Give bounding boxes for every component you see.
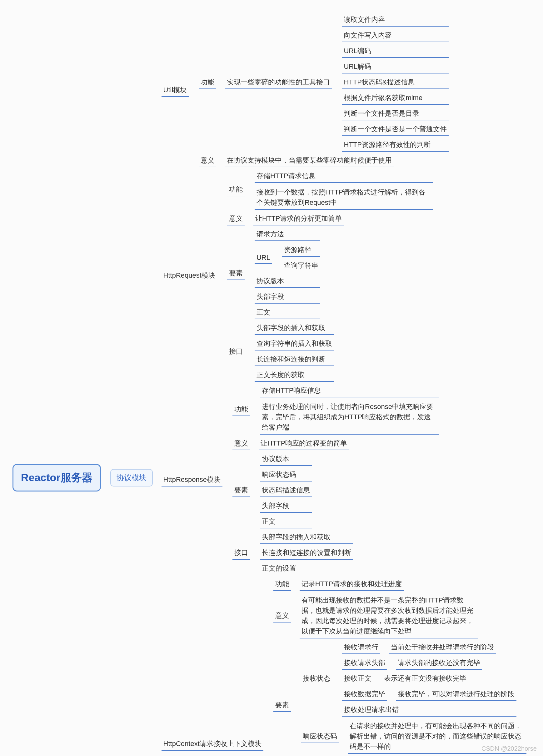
util-fun-item: HTTP资源路径有效性的判断: [342, 139, 449, 152]
mindmap: Reactor服务器 协议模块 Util模块 功能 实现一些零碎的功能性的工具接…: [13, 13, 530, 756]
res-fun-item: 进行业务处理的同时，让使用者向Resonse中填充响应要素，完毕后，将其组织成为…: [260, 401, 439, 435]
util-fun-item: 判断一个文件是否是一个普通文件: [342, 123, 449, 136]
req-version: 协议版本: [255, 275, 320, 288]
util-fun-item: URL编码: [342, 45, 449, 58]
req-sig-label: 意义: [227, 213, 245, 225]
res-elem-item: 头部字段: [260, 500, 312, 513]
util-fun-item: URL解码: [342, 61, 449, 73]
req-if-item: 头部字段的插入和获取: [255, 322, 334, 335]
request-module: HttpRequest模块 功能 存储HTTP请求信息 接收到一个数据，按照HT…: [153, 169, 526, 383]
root-node: Reactor服务器: [13, 464, 101, 491]
req-elem-label: 要素: [227, 268, 245, 280]
res-sig-label: 意义: [233, 438, 250, 450]
res-if-item: 正文的设置: [260, 563, 353, 575]
res-elem-item: 协议版本: [260, 453, 312, 466]
ctx-title: HttpContext请求接收上下文模块: [162, 738, 264, 751]
util-sig-label: 意义: [199, 155, 216, 167]
recv-state: 接收请求头部: [342, 657, 387, 670]
res-elem-label: 要素: [233, 485, 250, 497]
req-url-path: 资源路径: [282, 244, 320, 257]
util-module: Util模块 功能 实现一些零碎的功能性的工具接口 读取文件内容 向文件写入内容…: [153, 13, 526, 169]
req-title: HttpRequest模块: [162, 270, 217, 282]
recv-state: 接收正文: [342, 673, 373, 685]
req-sig-desc: 让HTTP请求的分析更加简单: [254, 213, 344, 225]
res-sig-desc: 让HTTP响应的过程变的简单: [259, 438, 349, 450]
req-fun-label: 功能: [227, 184, 245, 196]
res-fun-label: 功能: [233, 404, 250, 416]
recv-state-desc: 当前处于接收并处理请求行的阶段: [389, 642, 496, 654]
util-fun-label: 功能: [199, 77, 216, 89]
recv-state-desc: 请求头部的接收还没有完毕: [396, 657, 482, 670]
recv-state: 接收数据完毕: [342, 688, 387, 701]
ctx-fun-label: 功能: [273, 578, 291, 591]
recv-state: 接收请求行: [342, 642, 380, 654]
req-fun-item: 存储HTTP请求信息: [255, 170, 433, 183]
res-if-item: 长连接和短连接的设置和判断: [260, 547, 353, 560]
res-if-item: 头部字段的插入和获取: [260, 532, 353, 544]
util-fun-item: 向文件写入内容: [342, 30, 449, 42]
ctx-sig-label: 意义: [273, 610, 291, 622]
req-if-item: 长连接和短连接的判断: [255, 354, 334, 366]
recv-state: 接收处理请求出错: [342, 704, 516, 717]
response-module: HttpResponse模块 功能 存储HTTP响应信息 进行业务处理的同时，让…: [153, 383, 526, 577]
req-if-item: 正文长度的获取: [255, 369, 334, 382]
ctx-sig-desc: 有可能出现接收的数据并不是一条完整的HTTP请求数据，也就是请求的处理需要在多次…: [299, 594, 478, 638]
res-fun-item: 存储HTTP响应信息: [260, 385, 439, 397]
req-url-query: 查询字符串: [282, 260, 320, 272]
req-header: 头部字段: [255, 291, 320, 304]
util-fun-desc: 实现一些零碎的功能性的工具接口: [225, 77, 332, 89]
req-if-item: 查询字符串的插入和获取: [255, 338, 334, 350]
util-sig-desc: 在协议支持模块中，当需要某些零碎功能时候便于使用: [225, 155, 394, 167]
util-title: Util模块: [162, 84, 189, 97]
res-elem-item: 正文: [260, 516, 312, 528]
util-fun-item: 根据文件后缀名获取mime: [342, 92, 449, 105]
req-method: 请求方法: [255, 229, 320, 241]
ctx-recv-label: 接收状态: [301, 673, 332, 685]
req-if-label: 接口: [227, 346, 245, 358]
ctx-status-t: 响应状态码: [301, 731, 339, 743]
req-body: 正文: [255, 307, 320, 319]
ctx-fun-desc: 记录HTTP请求的接收和处理进度: [299, 578, 404, 591]
res-title: HttpResponse模块: [162, 474, 223, 486]
res-if-label: 接口: [233, 547, 250, 560]
res-elem-item: 状态码描述信息: [260, 485, 312, 497]
watermark: CSDN @2022horse: [481, 745, 537, 752]
req-fun-item: 接收到一个数据，按照HTTP请求格式进行解析，得到各个关键要素放到Request…: [255, 186, 433, 210]
util-fun-item: HTTP状态码&描述信息: [342, 77, 449, 89]
context-module: HttpContext请求接收上下文模块 功能 记录HTTP请求的接收和处理进度…: [153, 577, 526, 756]
util-fun-item: 读取文件内容: [342, 14, 449, 27]
util-fun-item: 判断一个文件是否是目录: [342, 108, 449, 120]
recv-state-desc: 表示还有正文没有接收完毕: [382, 673, 468, 685]
recv-state-desc: 接收完毕，可以对请求进行处理的阶段: [396, 688, 516, 701]
protocol-node: 协议模块: [110, 469, 153, 486]
res-elem-item: 响应状态码: [260, 469, 312, 481]
req-url: URL: [255, 253, 272, 264]
ctx-elem-label: 要素: [273, 699, 291, 712]
